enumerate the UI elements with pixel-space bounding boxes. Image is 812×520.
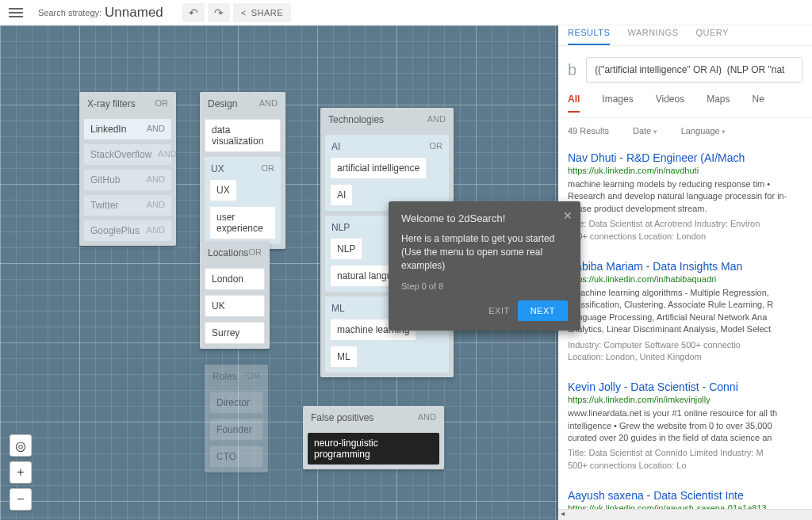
node-title: Technologies xyxy=(328,114,384,125)
tour-step: Step 0 of 8 xyxy=(401,281,568,291)
operator-label: AND xyxy=(427,114,446,125)
node-roles[interactable]: RolesOR Director Founder CTO xyxy=(205,365,268,472)
node-title: False positives xyxy=(311,412,373,423)
subtab-news[interactable]: Ne xyxy=(753,94,764,113)
chip-github[interactable]: GitHubAND xyxy=(84,170,171,190)
node-title: Roles xyxy=(213,371,237,382)
result-snippet: machine learning models by reducing resp… xyxy=(568,178,802,215)
chip-googleplus[interactable]: GooglePlusAND xyxy=(84,220,171,241)
tab-query[interactable]: QUERY xyxy=(696,28,729,45)
side-panel: Search Engine: Bing ▼ RESULTS WARNINGS Q… xyxy=(558,0,812,520)
node-false-positives[interactable]: False positivesAND neuro-linguistic prog… xyxy=(303,406,444,469)
zoom-controls: ◎ + − xyxy=(10,434,32,510)
subtab-maps[interactable]: Maps xyxy=(707,94,730,113)
chip-surrey[interactable]: Surrey xyxy=(205,322,265,344)
chip-nlp[interactable]: NLP xyxy=(330,238,362,260)
panel-tabs: RESULTS WARNINGS QUERY xyxy=(558,23,812,46)
zoom-in-button[interactable]: + xyxy=(10,461,32,484)
query-input[interactable] xyxy=(586,57,802,82)
chip-user-experience[interactable]: user experience xyxy=(209,206,276,239)
result-title[interactable]: Habiba Mariam - Data Insights Man xyxy=(568,260,802,273)
chip-stackoverflow[interactable]: StackOverflowAND xyxy=(84,144,171,165)
result-meta: Industry: Computer Software 500+ connect… xyxy=(568,339,802,364)
subtab-videos[interactable]: Videos xyxy=(656,94,684,113)
subgroup-ai[interactable]: AIOR artificial intelligence AI xyxy=(325,135,449,211)
result-snippet: www.lineardata.net is your #1 online res… xyxy=(568,407,802,444)
result-snippet: • Machine learning algorithms - Multiple… xyxy=(568,287,802,336)
node-title: X-ray filters xyxy=(87,98,136,109)
hamburger-menu-icon[interactable] xyxy=(6,3,25,22)
tour-exit-button[interactable]: EXIT xyxy=(488,306,509,315)
chip-neuro-linguistic[interactable]: neuro-linguistic programming xyxy=(308,433,439,465)
bing-logo-icon: b xyxy=(568,61,576,79)
node-title: Locations xyxy=(208,247,248,258)
result-url[interactable]: https://uk.linkedin.com/in/navdhuti xyxy=(568,166,802,175)
undo-button[interactable]: ↶ xyxy=(182,3,205,22)
tour-title: Welcome to 2dSearch! xyxy=(401,212,568,224)
node-xray-filters[interactable]: X-ray filtersOR LinkedInAND StackOverflo… xyxy=(79,92,176,246)
node-locations[interactable]: LocationsOR London UK Surrey xyxy=(200,241,270,349)
operator-label: AND xyxy=(259,98,278,109)
result-meta: Title: Data Scientist at Acrotrend Indus… xyxy=(568,218,802,243)
node-title: Design xyxy=(208,98,237,109)
tour-next-button[interactable]: NEXT xyxy=(518,300,568,321)
result-item: Habiba Mariam - Data Insights Man https:… xyxy=(568,252,802,373)
topbar: Search strategy: Unnamed ↶ ↷ <SHARE xyxy=(0,0,812,25)
close-icon[interactable]: ✕ xyxy=(563,209,573,222)
result-title[interactable]: Nav Dhuti - R&D Engineer (AI/Mach xyxy=(568,151,802,164)
result-title[interactable]: Aayush saxena - Data Scientist Inte xyxy=(568,489,802,502)
operator-label: AND xyxy=(418,412,436,423)
strategy-name[interactable]: Unnamed xyxy=(105,5,163,21)
strategy-label: Search strategy: xyxy=(38,8,102,17)
tour-body: Here is a template to get you started (U… xyxy=(401,232,568,272)
filter-date[interactable]: Date xyxy=(633,126,657,136)
result-title[interactable]: Kevin Jolly - Data Scientist - Conni xyxy=(568,380,802,393)
result-item: Nav Dhuti - R&D Engineer (AI/Mach https:… xyxy=(568,143,802,252)
chip-london[interactable]: London xyxy=(205,268,265,290)
result-filters: 49 Results Date Language xyxy=(558,118,812,143)
chip-uk[interactable]: UK xyxy=(205,295,265,317)
zoom-out-button[interactable]: − xyxy=(10,488,32,510)
chip-founder[interactable]: Founder xyxy=(209,419,263,441)
result-meta: Title: Data Scientist at Connido Limited… xyxy=(568,447,802,472)
result-url[interactable]: https://uk.linkedin.com/in/habibaquadri xyxy=(568,274,802,284)
chip-twitter[interactable]: TwitterAND xyxy=(84,195,171,216)
tour-popup: ✕ Welcome to 2dSearch! Here is a templat… xyxy=(389,201,580,331)
locate-button[interactable]: ◎ xyxy=(10,434,32,457)
tab-warnings[interactable]: WARNINGS xyxy=(627,28,678,45)
operator-label: OR xyxy=(249,247,262,258)
operator-label: OR xyxy=(155,98,169,109)
chip-ai[interactable]: AI xyxy=(330,184,353,206)
filter-language[interactable]: Language xyxy=(681,126,726,136)
node-design[interactable]: DesignAND data visualization UXOR UX use… xyxy=(200,92,285,249)
chip-ml[interactable]: ML xyxy=(330,346,358,368)
subtab-images[interactable]: Images xyxy=(602,94,633,113)
chip-director[interactable]: Director xyxy=(209,392,263,414)
redo-button[interactable]: ↷ xyxy=(208,3,230,22)
result-item: Kevin Jolly - Data Scientist - Conni htt… xyxy=(568,373,802,481)
horizontal-scrollbar[interactable] xyxy=(558,509,812,520)
share-button[interactable]: <SHARE xyxy=(233,3,291,22)
results-list[interactable]: Nav Dhuti - R&D Engineer (AI/Mach https:… xyxy=(558,143,812,520)
result-url[interactable]: https://uk.linkedin.com/in/imkevinjolly xyxy=(568,395,802,404)
subtab-all[interactable]: All xyxy=(568,94,580,113)
tab-results[interactable]: RESULTS xyxy=(568,28,610,45)
chip-data-visualization[interactable]: data visualization xyxy=(205,119,281,152)
subgroup-ux[interactable]: UXOR UX user experience xyxy=(205,157,281,244)
share-icon: < xyxy=(241,8,247,17)
chip-ux[interactable]: UX xyxy=(209,179,237,201)
result-type-tabs: All Images Videos Maps Ne xyxy=(558,94,812,118)
chip-artificial-intelligence[interactable]: artificial intelligence xyxy=(330,157,427,179)
result-count: 49 Results xyxy=(568,126,609,136)
chip-cto[interactable]: CTO xyxy=(209,445,263,468)
chip-linkedin[interactable]: LinkedInAND xyxy=(84,119,171,140)
